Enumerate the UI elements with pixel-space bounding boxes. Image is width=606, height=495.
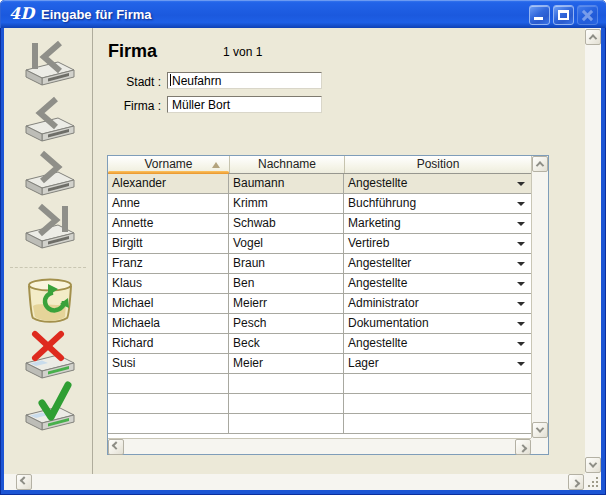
table-vertical-scrollbar[interactable] [531,156,548,438]
table-row[interactable]: AlexanderBaumannAngestellte [108,174,531,194]
stadt-label: Stadt : [94,75,161,89]
window-scroll-down-button[interactable] [585,457,601,473]
cell-vorname[interactable]: Richard [108,334,229,353]
cell-empty[interactable] [108,394,229,413]
cell-text: Michaela [112,316,160,330]
cell-nachname[interactable]: Meier [229,354,344,373]
cell-vorname[interactable]: Franz [108,254,229,273]
cell-vorname[interactable]: Alexander [108,174,229,193]
cell-position[interactable]: Angestellte [344,174,531,193]
cell-position[interactable]: Angestellte [344,334,531,353]
cell-text: Meierr [233,296,267,310]
cell-empty[interactable] [344,374,531,393]
cell-nachname[interactable]: Meierr [229,294,344,313]
chevron-left-icon [112,441,120,449]
column-header-vorname[interactable]: Vorname [108,156,229,173]
sidebar-separator [10,267,86,268]
cell-position[interactable]: Angestellter [344,254,531,273]
titlebar[interactable]: 4D Eingabe für Firma [0,0,606,28]
cell-position[interactable]: Vertireb [344,234,531,253]
dropdown-arrow-icon[interactable] [517,362,525,366]
dropdown-arrow-icon[interactable] [517,322,525,326]
window-scroll-left-button[interactable] [16,474,32,490]
cell-empty[interactable] [229,394,344,413]
next-record-button[interactable] [20,148,80,198]
cell-position[interactable]: Marketing [344,214,531,233]
cell-nachname[interactable]: Braun [229,254,344,273]
text-caret [170,74,171,86]
cell-empty[interactable] [344,394,531,413]
previous-record-button[interactable] [20,94,80,144]
cell-nachname[interactable]: Krimm [229,194,344,213]
cancel-record-button[interactable] [20,329,80,379]
cell-vorname[interactable]: Susi [108,354,229,373]
table-horizontal-scrollbar[interactable] [108,438,531,454]
cell-position[interactable]: Administrator [344,294,531,313]
table-scroll-left-button[interactable] [108,439,124,455]
table-row[interactable]: FranzBraunAngestellter [108,254,531,274]
table-row-empty[interactable] [108,414,531,434]
cell-vorname[interactable]: Michaela [108,314,229,333]
cell-empty[interactable] [229,374,344,393]
maximize-button[interactable] [553,5,574,25]
window-scroll-right-button[interactable] [568,474,584,490]
window-horizontal-scrollbar[interactable] [4,474,585,490]
table-row[interactable]: AnnetteSchwabMarketing [108,214,531,234]
cell-vorname[interactable]: Michael [108,294,229,313]
accept-record-button[interactable] [20,381,80,431]
dropdown-arrow-icon[interactable] [517,242,525,246]
cell-nachname[interactable]: Schwab [229,214,344,233]
column-header-nachname[interactable]: Nachname [229,156,344,173]
table-scroll-up-button[interactable] [532,156,548,172]
cell-vorname[interactable]: Anne [108,194,229,213]
resize-grip[interactable] [585,474,601,490]
cell-position[interactable]: Lager [344,354,531,373]
window-vertical-scrollbar[interactable] [585,28,601,474]
table-row[interactable]: MichaelMeierrAdministrator [108,294,531,314]
table-row[interactable]: BirgittVogelVertireb [108,234,531,254]
sidebar [4,28,93,474]
dropdown-arrow-icon[interactable] [517,262,525,266]
cell-empty[interactable] [108,374,229,393]
table-row[interactable]: RichardBeckAngestellte [108,334,531,354]
stadt-input[interactable] [167,72,322,89]
cell-nachname[interactable]: Baumann [229,174,344,193]
column-header-position[interactable]: Position [344,156,531,173]
last-record-button[interactable] [20,201,80,251]
table-row[interactable]: MichaelaPeschDokumentation [108,314,531,334]
table-scroll-right-button[interactable] [515,439,531,455]
cell-nachname[interactable]: Pesch [229,314,344,333]
table-row-empty[interactable] [108,374,531,394]
dropdown-arrow-icon[interactable] [517,202,525,206]
dropdown-arrow-icon[interactable] [517,302,525,306]
table-row[interactable]: SusiMeierLager [108,354,531,374]
close-button[interactable] [577,5,598,25]
cell-vorname[interactable]: Annette [108,214,229,233]
cell-vorname[interactable]: Birgitt [108,234,229,253]
cell-position[interactable]: Buchführung [344,194,531,213]
cell-position[interactable]: Angestellte [344,274,531,293]
cell-position[interactable]: Dokumentation [344,314,531,333]
dropdown-arrow-icon[interactable] [517,222,525,226]
cell-nachname[interactable]: Beck [229,334,344,353]
table-scroll-down-button[interactable] [532,422,548,438]
cell-empty[interactable] [344,414,531,433]
table-row[interactable]: AnneKrimmBuchführung [108,194,531,214]
cell-empty[interactable] [108,414,229,433]
first-record-button[interactable] [20,38,80,88]
table-row[interactable]: KlausBenAngestellte [108,274,531,294]
minimize-button[interactable] [529,5,550,25]
window-scroll-up-button[interactable] [585,29,601,45]
cell-text: Franz [112,256,143,270]
dropdown-arrow-icon[interactable] [517,282,525,286]
table-row-empty[interactable] [108,394,531,414]
cell-text: Birgitt [112,236,143,250]
cell-vorname[interactable]: Klaus [108,274,229,293]
firma-input[interactable] [167,96,322,113]
cell-nachname[interactable]: Ben [229,274,344,293]
dropdown-arrow-icon[interactable] [517,182,525,186]
dropdown-arrow-icon[interactable] [517,342,525,346]
cell-nachname[interactable]: Vogel [229,234,344,253]
delete-record-button[interactable] [20,276,80,326]
cell-empty[interactable] [229,414,344,433]
